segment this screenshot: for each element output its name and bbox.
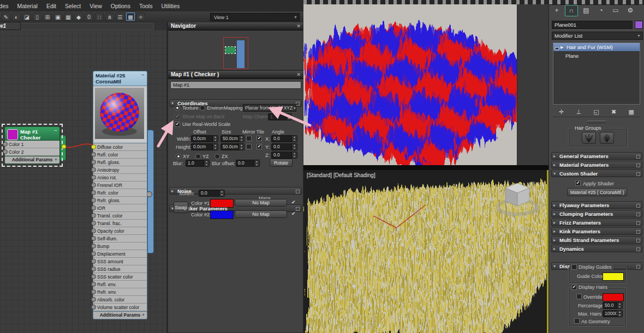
wire-fork-icon[interactable]: ⋔ [105,13,114,21]
width-offset-field[interactable]: 0.0cm ▲▼ [191,135,218,142]
use-real-world-scale-checkbox[interactable] [175,122,180,127]
input-connector-dot[interactable] [91,190,96,195]
input-connector-dot[interactable] [91,205,96,210]
collapse-node-button[interactable]: − [141,72,145,78]
spinner[interactable]: ▲▼ [291,144,297,150]
delete-selected-icon[interactable]: ▯ [33,13,41,21]
checker-input-slot[interactable]: Color 2 [5,148,59,156]
z-angle-field[interactable]: 0.0 ▲▼ [271,152,297,159]
material-input-slot[interactable]: Refl. gloss. [93,159,147,166]
menu-item[interactable]: View [85,3,106,9]
show-map-on-back-checkbox[interactable] [175,114,180,119]
checker-input-slot[interactable]: Color 1 [5,141,59,148]
height-mirror-checkbox[interactable] [246,144,252,149]
color1-map-button[interactable]: No Map [235,199,287,207]
checker-additional-params[interactable]: Additional Params + [4,156,60,164]
hair-group-tuft-button[interactable] [582,132,596,144]
put-to-scene-icon[interactable]: ◪ [22,13,31,21]
panel-splitter-handle[interactable] [587,120,606,123]
map-swatch[interactable] [7,129,18,140]
width-mirror-checkbox[interactable] [246,136,252,141]
viewport-splitter[interactable] [303,165,548,170]
blur-offset-field[interactable]: 0.0 ▲▼ [236,160,260,167]
zero-selector-icon[interactable]: 0 [85,13,93,21]
modifier-stack-row-plane[interactable]: Plane [553,51,640,60]
map-channel-field[interactable]: 1 ▲▼ [268,113,292,120]
input-connector-dot[interactable] [91,282,96,287]
guide-color-swatch[interactable] [603,273,624,281]
as-geometry-checkbox[interactable] [574,318,580,324]
x-angle-field[interactable]: 0.0 ▲▼ [271,135,297,142]
input-connector-dot[interactable] [91,183,96,187]
input-connector-dot[interactable] [3,142,8,147]
height-offset-field[interactable]: 0.0cm ▲▼ [191,143,218,150]
checker-node-side-flap[interactable] [60,135,66,161]
material-input-slot[interactable]: Absorb. color [93,296,147,304]
spinner[interactable]: ▲▼ [286,114,291,120]
menu-item[interactable]: Select [61,3,85,9]
input-connector-dot[interactable] [91,289,96,294]
input-connector-dot[interactable] [91,175,96,180]
spinner[interactable]: ▲▼ [291,152,297,158]
input-connector-dot[interactable] [91,259,96,264]
background-icon[interactable]: ◆ [74,13,83,21]
display-tab-icon[interactable]: ▭ [609,5,622,16]
material-input-slot[interactable]: SSS scatter color [93,273,147,281]
spinner[interactable]: ▲▼ [254,160,259,166]
material-input-slot[interactable]: Self-illum. [93,235,147,243]
checker-map-node[interactable]: Map #1 Checker − Color 1 Color 2 [4,126,60,164]
material-input-slot[interactable]: Transl. color [93,212,147,220]
material-input-slot[interactable]: Opacity color [93,227,147,235]
close-icon[interactable]: ✕ [296,22,301,30]
zx-radio[interactable] [214,154,220,159]
hierarchy-tab-icon[interactable]: ▤ [580,5,593,16]
spinner[interactable]: ▲▼ [617,311,622,317]
color1-map-enable-check[interactable]: ✔ [291,199,296,205]
menu-item[interactable]: Material [13,3,42,9]
show-map-in-viewport-icon[interactable]: ▦ [64,13,73,21]
spinner[interactable]: ▲▼ [212,136,218,142]
rollout-bar[interactable]: Flyaway Parameters [551,201,642,209]
input-connector-dot[interactable] [91,144,96,149]
motion-tab-icon[interactable]: ◔ [594,5,607,16]
visibility-eye-icon[interactable] [553,43,560,52]
input-connector-dot[interactable] [91,267,96,271]
object-name-field[interactable]: Plane001 [552,21,633,29]
navigator-checker-node[interactable] [225,47,235,53]
map-panel-titlebar[interactable]: Map #1 ( Checker ) ✕ [168,71,303,79]
modify-tab-icon[interactable]: ∩ [565,5,578,16]
input-connector-dot[interactable] [91,167,96,172]
xy-radio[interactable] [176,154,181,159]
input-connector-dot[interactable] [91,236,96,241]
yz-radio[interactable] [195,154,201,159]
width-size-field[interactable]: 50.0cm ▲▼ [220,135,245,142]
display-hairs-checkbox[interactable] [571,284,577,290]
max-hairs-field[interactable]: 10000 ▲▼ [603,310,623,317]
width-tile-checkbox[interactable] [257,136,262,141]
configure-modifier-sets-icon[interactable]: ▦ [628,108,634,116]
rollout-bar[interactable]: Multi Strand Parameters [551,236,642,244]
rollout-bar[interactable]: Material Parameters [551,161,642,168]
render-preview-icon[interactable]: ◐ [12,13,21,21]
environ-radio[interactable] [200,105,205,111]
sme-node-view[interactable]: Material #25 CoronaMtl − [0,30,166,333]
spinner[interactable]: ▲▼ [212,144,218,150]
show-end-result-icon[interactable]: ⊥ [576,108,582,116]
modifier-list-dropdown[interactable]: Modifier List ▼ [552,32,643,40]
show-grid-icon[interactable]: ▩ [126,13,135,21]
y-angle-field[interactable]: 0.0 ▲▼ [271,143,297,150]
rollout-bar[interactable]: Clumping Parameters [551,210,642,217]
sme-view-selector[interactable]: View 1 ▼ [210,13,300,21]
shader-material-button[interactable]: Material #25 ( CoronaMtl ) [567,188,627,196]
input-connector-dot[interactable] [91,152,96,157]
menu-item[interactable]: Utilities [157,3,184,9]
material-input-slot[interactable]: SSS radius [93,265,147,273]
material-input-slot[interactable]: Bump [93,243,147,250]
apply-shader-checkbox[interactable] [575,180,581,186]
material-input-slot[interactable]: Transl. frac. [93,220,147,227]
viewport-label-shading[interactable]: [Default Shading] [333,172,375,178]
material-preview-frame[interactable] [93,86,147,143]
spinner[interactable]: ▲▼ [238,144,244,150]
override-checkbox[interactable] [576,294,582,299]
swap-button[interactable]: Swap [174,202,188,213]
